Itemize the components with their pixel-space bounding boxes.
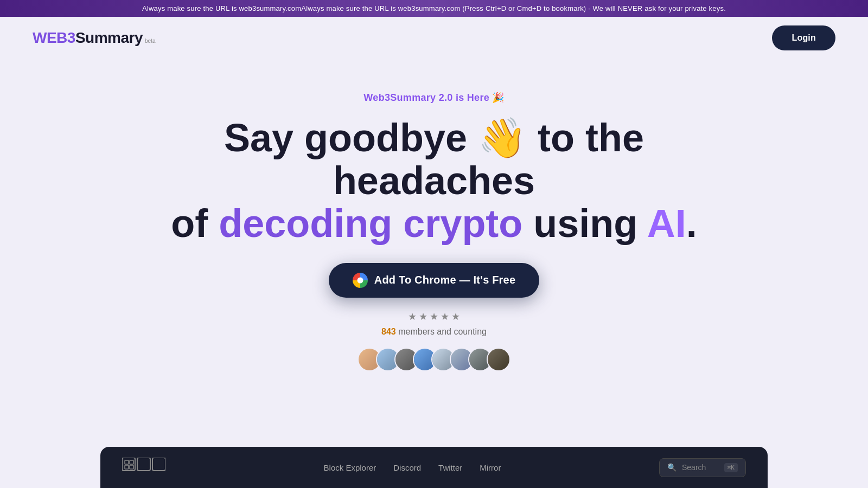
- nav-twitter[interactable]: Twitter: [438, 463, 462, 472]
- search-shortcut: ⌘K: [724, 463, 738, 472]
- logo-beta: beta: [145, 38, 155, 44]
- cta-button[interactable]: Add To Chrome — It's Free: [329, 263, 540, 298]
- headline-ai: AI: [647, 202, 686, 245]
- headline-using: using: [522, 202, 647, 245]
- headline-decoding: decoding crypto: [219, 202, 522, 245]
- logo-web3: WEB3: [33, 29, 75, 47]
- nav-block-explorer[interactable]: Block Explorer: [324, 463, 376, 472]
- headline-line1: Say goodbye 👋 to the headaches: [224, 116, 644, 202]
- svg-rect-2: [152, 458, 165, 471]
- search-icon: 🔍: [667, 463, 676, 472]
- member-number: 843: [381, 327, 396, 336]
- chrome-icon: [353, 273, 368, 288]
- avatar-8: [487, 348, 510, 371]
- announcement-text: Always make sure the URL is web3summary.…: [142, 4, 726, 12]
- logo-summary: Summary: [75, 29, 143, 47]
- star-4: ★: [441, 311, 449, 323]
- login-button[interactable]: Login: [772, 25, 835, 50]
- headline-period: .: [686, 202, 697, 245]
- bottom-panel: Block Explorer Discord Twitter Mirror 🔍 …: [100, 447, 768, 488]
- search-placeholder: Search: [682, 463, 719, 472]
- headline-line2: of decoding crypto using AI.: [171, 202, 697, 245]
- star-2: ★: [419, 311, 427, 323]
- navbar: WEB3 Summary beta Login: [0, 17, 868, 59]
- panel-nav: Block Explorer Discord Twitter Mirror: [324, 463, 501, 472]
- logo: WEB3 Summary beta: [33, 29, 156, 47]
- svg-rect-1: [137, 458, 150, 471]
- svg-rect-3: [125, 460, 129, 464]
- search-box[interactable]: 🔍 Search ⌘K: [659, 458, 746, 477]
- svg-rect-6: [130, 465, 133, 469]
- star-5: ★: [451, 311, 460, 323]
- headline-of: of: [171, 202, 219, 245]
- nav-discord[interactable]: Discord: [393, 463, 421, 472]
- hero-tagline: Web3Summary 2.0 is Here 🎉: [363, 92, 504, 104]
- stars-container: ★ ★ ★ ★ ★: [408, 311, 460, 323]
- hero-section: Web3Summary 2.0 is Here 🎉 Say goodbye 👋 …: [0, 59, 868, 382]
- panel-logo-svg: [122, 458, 165, 477]
- star-1: ★: [408, 311, 417, 323]
- member-count-line: 843 members and counting: [381, 327, 487, 337]
- star-3: ★: [430, 311, 438, 323]
- svg-rect-4: [130, 460, 133, 464]
- member-suffix: members and counting: [396, 327, 487, 336]
- avatars-row: [358, 348, 510, 371]
- panel-logo: [122, 458, 165, 477]
- cta-label: Add To Chrome — It's Free: [374, 274, 516, 286]
- nav-mirror[interactable]: Mirror: [480, 463, 501, 472]
- hero-headline: Say goodbye 👋 to the headaches of decodi…: [163, 117, 705, 246]
- svg-rect-5: [125, 465, 129, 469]
- announcement-banner: Always make sure the URL is web3summary.…: [0, 0, 868, 17]
